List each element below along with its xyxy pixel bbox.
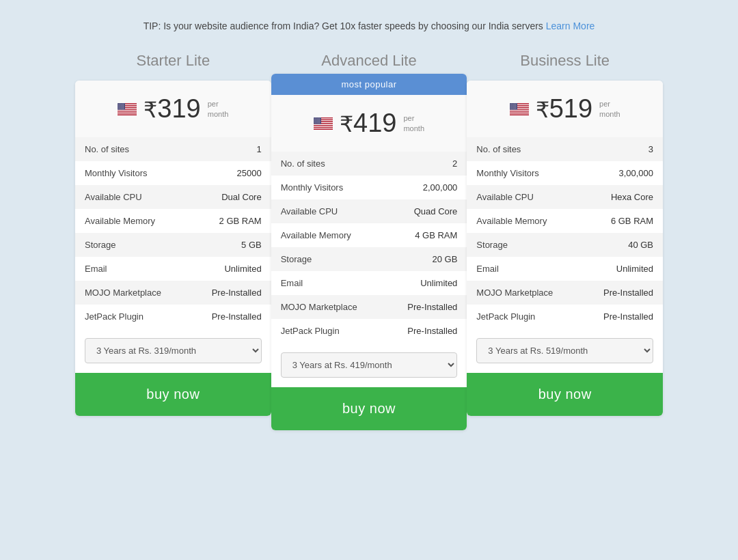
svg-point-90	[315, 119, 316, 120]
feature-value: 20 GB	[385, 247, 467, 271]
features-table-advanced-lite: No. of sites 2Monthly Visitors 2,00,000A…	[271, 152, 467, 343]
feature-value: 1	[189, 137, 271, 161]
svg-point-14	[118, 103, 119, 104]
svg-point-37	[119, 106, 120, 107]
svg-point-57	[124, 108, 124, 109]
feature-value: Pre-Installed	[581, 281, 663, 305]
svg-point-99	[319, 120, 320, 120]
feature-label: MOJO Marketplace	[75, 281, 189, 305]
feature-value: Quad Core	[385, 199, 467, 223]
feature-label: No. of sites	[271, 152, 385, 176]
price-section-advanced-lite: ₹419permonth	[271, 95, 467, 152]
plan-dropdown-starter-lite[interactable]: 3 Years at Rs. 319/month2 Years at Rs. 3…	[85, 338, 262, 363]
table-row: Available Memory 6 GB RAM	[467, 209, 663, 233]
svg-point-157	[515, 104, 515, 105]
svg-rect-139	[510, 113, 529, 114]
svg-point-84	[314, 118, 315, 119]
svg-point-186	[510, 109, 510, 109]
buy-button-advanced-lite[interactable]: buy now	[271, 387, 467, 430]
feature-label: Available Memory	[271, 223, 385, 247]
svg-rect-10	[118, 112, 137, 113]
most-popular-badge: most popular	[271, 74, 467, 95]
svg-rect-135	[510, 109, 529, 110]
plan-title-starter-lite: Starter Lite	[137, 52, 210, 70]
svg-point-179	[515, 107, 515, 108]
svg-point-158	[516, 104, 517, 105]
table-row: MOJO Marketplace Pre-Installed	[75, 281, 271, 305]
svg-point-79	[315, 117, 316, 118]
svg-point-189	[513, 109, 514, 109]
svg-point-27	[120, 104, 121, 105]
feature-label: No. of sites	[467, 137, 581, 161]
svg-point-86	[317, 118, 318, 119]
feature-value: Pre-Installed	[189, 305, 271, 328]
svg-point-28	[122, 104, 122, 105]
table-row: Available CPU Dual Core	[75, 185, 271, 209]
svg-point-153	[510, 104, 510, 105]
table-row: Monthly Visitors 2,00,000	[271, 176, 467, 199]
svg-point-39	[122, 106, 122, 107]
svg-point-22	[121, 104, 122, 104]
plan-title-advanced-lite: Advanced Lite	[321, 52, 416, 70]
svg-point-51	[123, 107, 124, 108]
svg-point-87	[318, 118, 319, 119]
svg-point-59	[119, 109, 120, 109]
svg-point-103	[318, 120, 318, 121]
feature-label: Available CPU	[271, 199, 385, 223]
dropdown-section-starter-lite: 3 Years at Rs. 319/month2 Years at Rs. 3…	[75, 328, 271, 373]
price-amount-starter-lite: ₹319	[144, 94, 200, 124]
svg-point-49	[120, 107, 121, 108]
svg-rect-136	[510, 111, 529, 111]
plan-dropdown-business-lite[interactable]: 3 Years at Rs. 519/month2 Years at Rs. 5…	[476, 338, 653, 363]
svg-point-120	[318, 122, 319, 123]
svg-point-177	[512, 107, 513, 108]
price-section-starter-lite: ₹319permonth	[75, 81, 271, 137]
svg-point-149	[512, 104, 512, 104]
svg-point-164	[510, 106, 510, 107]
svg-point-180	[516, 107, 517, 108]
svg-point-190	[515, 109, 515, 109]
table-row: Available CPU Quad Core	[271, 199, 467, 223]
feature-value: Hexa Core	[581, 185, 663, 209]
svg-point-143	[511, 103, 512, 104]
svg-point-171	[512, 107, 512, 107]
us-flag-icon	[118, 103, 137, 115]
svg-point-115	[319, 122, 320, 122]
svg-point-95	[314, 120, 315, 120]
svg-point-53	[119, 108, 120, 109]
svg-point-25	[118, 104, 119, 105]
table-row: JetPack Plugin Pre-Installed	[271, 319, 467, 343]
svg-point-121	[319, 122, 320, 123]
feature-value: 3,00,000	[581, 161, 663, 185]
feature-value: Pre-Installed	[385, 319, 467, 343]
svg-point-91	[316, 119, 317, 120]
svg-rect-74	[314, 126, 333, 127]
buy-button-starter-lite[interactable]: buy now	[75, 373, 271, 416]
svg-point-142	[510, 103, 510, 104]
svg-point-101	[315, 120, 316, 121]
table-row: Storage 20 GB	[271, 247, 467, 271]
svg-rect-71	[314, 124, 333, 124]
us-flag-icon	[314, 117, 333, 130]
svg-point-93	[319, 119, 320, 120]
svg-point-187	[511, 109, 512, 109]
svg-point-178	[513, 107, 514, 108]
svg-point-33	[121, 105, 122, 106]
learn-more-link[interactable]: Learn More	[546, 20, 595, 31]
svg-point-21	[120, 104, 120, 104]
svg-point-110	[319, 121, 320, 122]
svg-rect-9	[118, 111, 137, 112]
svg-point-36	[118, 106, 119, 107]
plan-column-advanced-lite: Advanced Litemost popular ₹419permonthNo…	[271, 52, 467, 430]
table-row: Available Memory 2 GB RAM	[75, 209, 271, 233]
svg-point-152	[515, 104, 516, 104]
svg-point-112	[315, 122, 316, 122]
svg-point-165	[511, 106, 512, 107]
svg-point-181	[510, 108, 511, 109]
buy-button-business-lite[interactable]: buy now	[467, 373, 663, 416]
feature-label: Available CPU	[467, 185, 581, 209]
plan-dropdown-advanced-lite[interactable]: 3 Years at Rs. 419/month2 Years at Rs. 4…	[281, 352, 458, 378]
svg-point-89	[314, 119, 314, 120]
svg-point-83	[320, 117, 320, 118]
svg-point-23	[122, 104, 123, 104]
